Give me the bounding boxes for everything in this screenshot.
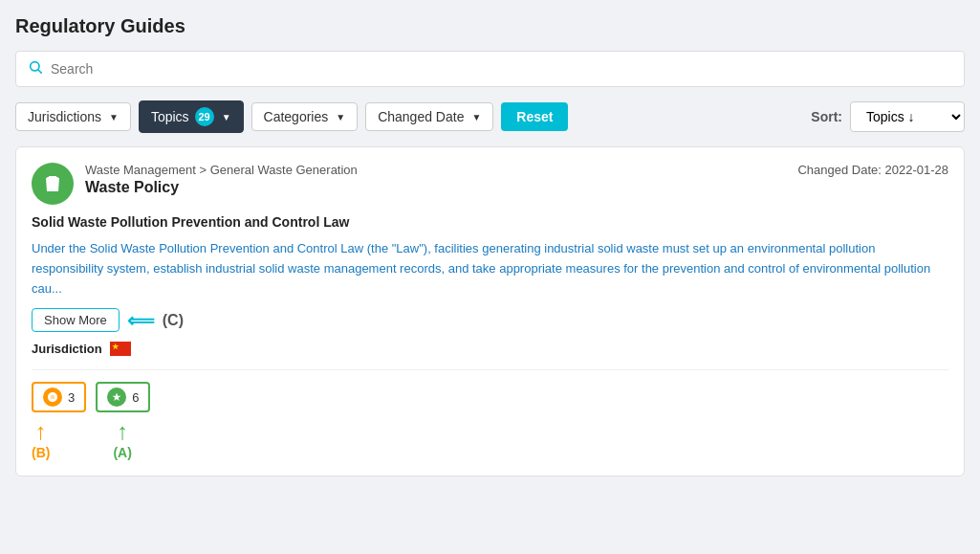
jurisdictions-filter-button[interactable]: Jurisdictions ▼ [15, 102, 131, 131]
changed-date-dropdown-icon: ▼ [471, 112, 481, 122]
jurisdiction-row: Jurisdiction ★ [32, 342, 948, 356]
reset-button[interactable]: Reset [501, 102, 568, 131]
tag-button-a[interactable]: 6 [96, 382, 150, 412]
card-footer: 3 6 [32, 369, 948, 412]
topics-label: Topics [151, 109, 189, 124]
annotation-b-label: (B) [32, 445, 50, 460]
card-breadcrumb: Waste Management > General Waste Generat… [85, 163, 786, 177]
jurisdiction-label: Jurisdiction [32, 342, 102, 356]
annotation-b-item: ↑ (B) [32, 418, 50, 460]
annotation-c-arrow: ⟸ [127, 309, 155, 332]
categories-dropdown-icon: ▼ [336, 112, 345, 122]
tag-count-b: 3 [68, 390, 75, 405]
sort-select[interactable]: Topics ↓ Topics ↑ Date ↓ Date ↑ [850, 101, 965, 132]
show-more-button[interactable]: Show More [32, 308, 120, 332]
china-flag-icon: ★ [110, 342, 131, 356]
changed-date-filter-button[interactable]: Changed Date ▼ [365, 102, 493, 131]
annotation-a-label: (A) [113, 445, 131, 460]
card-footer-wrapper: 3 6 ↑ (B) ↑ [32, 369, 948, 460]
result-card: Waste Management > General Waste Generat… [15, 146, 965, 476]
card-icon [32, 163, 74, 205]
svg-point-0 [31, 62, 39, 71]
topics-filter-button[interactable]: Topics 29 ▼ [139, 100, 244, 133]
categories-filter-button[interactable]: Categories ▼ [251, 102, 359, 131]
changed-date-label: Changed Date [378, 109, 464, 124]
tag-icon-a [107, 388, 126, 407]
tag-icon-b [43, 388, 62, 407]
search-input[interactable] [51, 61, 952, 77]
annotation-a-item: ↑ (A) [113, 418, 131, 460]
categories-label: Categories [264, 109, 329, 124]
svg-rect-2 [47, 177, 58, 179]
card-header: Waste Management > General Waste Generat… [32, 163, 948, 205]
tag-button-b[interactable]: 3 [32, 382, 86, 412]
card-changed-date: Changed Date: 2022-01-28 [797, 163, 948, 177]
search-icon [28, 59, 43, 78]
card-meta: Waste Management > General Waste Generat… [85, 163, 786, 196]
annotation-a-arrow: ↑ [117, 418, 128, 445]
sort-label: Sort: [811, 109, 842, 124]
topics-count-badge: 29 [195, 107, 214, 126]
card-subtitle: Solid Waste Pollution Prevention and Con… [32, 214, 948, 230]
page-title: Regulatory Guides [15, 15, 965, 37]
show-more-row: Show More ⟸ (C) [32, 308, 948, 332]
filter-bar: Jurisdictions ▼ Topics 29 ▼ Categories ▼… [15, 100, 965, 133]
annotation-c-label: (C) [163, 312, 184, 329]
svg-line-1 [38, 70, 42, 74]
jurisdictions-dropdown-icon: ▼ [109, 112, 119, 122]
search-bar [15, 51, 965, 87]
tag-count-a: 6 [132, 390, 139, 405]
annotations-row: ↑ (B) ↑ (A) [32, 418, 948, 460]
topics-dropdown-icon: ▼ [222, 112, 231, 122]
card-title: Waste Policy [85, 179, 786, 196]
sort-group: Sort: Topics ↓ Topics ↑ Date ↓ Date ↑ [811, 101, 965, 132]
card-body-text: Under the Solid Waste Pollution Preventi… [32, 239, 948, 299]
annotation-b-arrow: ↑ [35, 418, 47, 445]
jurisdictions-label: Jurisdictions [28, 109, 101, 124]
